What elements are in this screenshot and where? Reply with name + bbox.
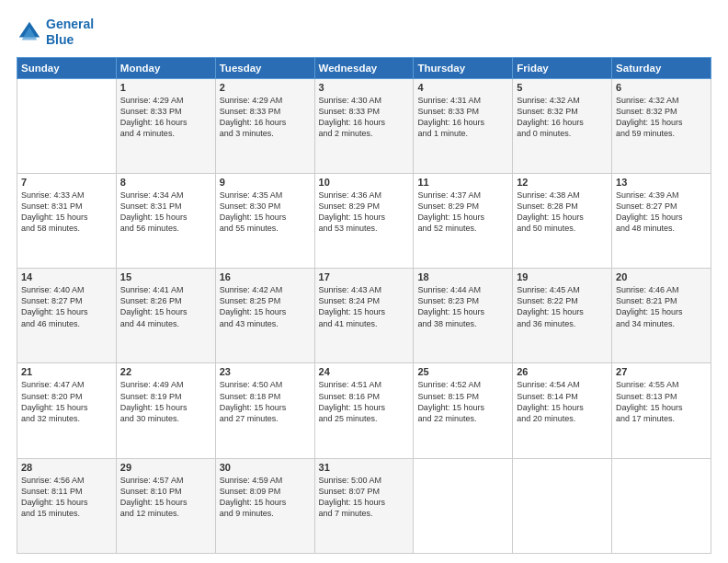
day-info: Sunrise: 4:54 AM Sunset: 8:14 PM Dayligh… bbox=[517, 379, 608, 424]
day-info: Sunrise: 4:46 AM Sunset: 8:21 PM Dayligh… bbox=[616, 284, 707, 329]
logo: General Blue bbox=[17, 17, 94, 48]
day-cell: 8Sunrise: 4:34 AM Sunset: 8:31 PM Daylig… bbox=[116, 173, 215, 268]
col-header-friday: Friday bbox=[513, 57, 612, 78]
day-cell: 21Sunrise: 4:47 AM Sunset: 8:20 PM Dayli… bbox=[17, 363, 117, 458]
day-cell: 4Sunrise: 4:31 AM Sunset: 8:33 PM Daylig… bbox=[414, 78, 513, 173]
day-number: 20 bbox=[616, 271, 707, 282]
day-number: 3 bbox=[319, 82, 410, 93]
day-number: 18 bbox=[417, 271, 508, 282]
week-row-4: 21Sunrise: 4:47 AM Sunset: 8:20 PM Dayli… bbox=[17, 363, 711, 458]
page: General Blue SundayMondayTuesdayWednesda… bbox=[0, 0, 728, 563]
day-cell: 1Sunrise: 4:29 AM Sunset: 8:33 PM Daylig… bbox=[116, 78, 215, 173]
day-cell: 13Sunrise: 4:39 AM Sunset: 8:27 PM Dayli… bbox=[612, 173, 711, 268]
day-number: 22 bbox=[120, 366, 211, 377]
header: General Blue bbox=[17, 17, 711, 48]
day-cell: 3Sunrise: 4:30 AM Sunset: 8:33 PM Daylig… bbox=[314, 78, 414, 173]
col-header-wednesday: Wednesday bbox=[314, 57, 414, 78]
day-number: 17 bbox=[319, 271, 410, 282]
day-cell: 30Sunrise: 4:59 AM Sunset: 8:09 PM Dayli… bbox=[215, 458, 314, 553]
day-number: 30 bbox=[220, 462, 311, 473]
logo-icon bbox=[17, 19, 42, 45]
day-info: Sunrise: 4:31 AM Sunset: 8:33 PM Dayligh… bbox=[417, 95, 508, 140]
day-info: Sunrise: 4:38 AM Sunset: 8:28 PM Dayligh… bbox=[517, 190, 608, 235]
day-info: Sunrise: 4:50 AM Sunset: 8:18 PM Dayligh… bbox=[220, 379, 311, 424]
day-info: Sunrise: 4:32 AM Sunset: 8:32 PM Dayligh… bbox=[616, 95, 707, 140]
day-number: 11 bbox=[417, 177, 508, 188]
day-cell: 23Sunrise: 4:50 AM Sunset: 8:18 PM Dayli… bbox=[215, 363, 314, 458]
day-cell bbox=[513, 458, 612, 553]
header-row: SundayMondayTuesdayWednesdayThursdayFrid… bbox=[17, 57, 711, 78]
day-cell: 7Sunrise: 4:33 AM Sunset: 8:31 PM Daylig… bbox=[17, 173, 117, 268]
day-info: Sunrise: 4:35 AM Sunset: 8:30 PM Dayligh… bbox=[220, 190, 311, 235]
day-cell: 17Sunrise: 4:43 AM Sunset: 8:24 PM Dayli… bbox=[314, 269, 414, 363]
day-info: Sunrise: 4:43 AM Sunset: 8:24 PM Dayligh… bbox=[319, 284, 410, 329]
day-cell: 11Sunrise: 4:37 AM Sunset: 8:29 PM Dayli… bbox=[414, 173, 513, 268]
col-header-sunday: Sunday bbox=[17, 57, 117, 78]
day-number: 31 bbox=[319, 462, 410, 473]
day-number: 28 bbox=[21, 462, 112, 473]
day-cell: 25Sunrise: 4:52 AM Sunset: 8:15 PM Dayli… bbox=[414, 363, 513, 458]
day-number: 24 bbox=[319, 366, 410, 377]
day-number: 19 bbox=[517, 271, 608, 282]
day-number: 26 bbox=[517, 366, 608, 377]
day-info: Sunrise: 4:49 AM Sunset: 8:19 PM Dayligh… bbox=[120, 379, 211, 424]
day-info: Sunrise: 4:44 AM Sunset: 8:23 PM Dayligh… bbox=[417, 284, 508, 329]
day-cell: 18Sunrise: 4:44 AM Sunset: 8:23 PM Dayli… bbox=[414, 269, 513, 363]
day-number: 14 bbox=[21, 271, 112, 282]
week-row-3: 14Sunrise: 4:40 AM Sunset: 8:27 PM Dayli… bbox=[17, 269, 711, 363]
day-cell: 24Sunrise: 4:51 AM Sunset: 8:16 PM Dayli… bbox=[314, 363, 414, 458]
day-number: 13 bbox=[616, 177, 707, 188]
day-number: 5 bbox=[517, 82, 608, 93]
day-info: Sunrise: 4:29 AM Sunset: 8:33 PM Dayligh… bbox=[220, 95, 311, 140]
day-info: Sunrise: 4:30 AM Sunset: 8:33 PM Dayligh… bbox=[319, 95, 410, 140]
day-cell: 22Sunrise: 4:49 AM Sunset: 8:19 PM Dayli… bbox=[116, 363, 215, 458]
day-number: 23 bbox=[220, 366, 311, 377]
day-number: 6 bbox=[616, 82, 707, 93]
day-cell: 6Sunrise: 4:32 AM Sunset: 8:32 PM Daylig… bbox=[612, 78, 711, 173]
day-info: Sunrise: 4:57 AM Sunset: 8:10 PM Dayligh… bbox=[120, 475, 211, 520]
day-number: 16 bbox=[220, 271, 311, 282]
day-info: Sunrise: 4:42 AM Sunset: 8:25 PM Dayligh… bbox=[220, 284, 311, 329]
day-number: 12 bbox=[517, 177, 608, 188]
day-info: Sunrise: 4:41 AM Sunset: 8:26 PM Dayligh… bbox=[120, 284, 211, 329]
day-cell: 14Sunrise: 4:40 AM Sunset: 8:27 PM Dayli… bbox=[17, 269, 117, 363]
day-info: Sunrise: 4:37 AM Sunset: 8:29 PM Dayligh… bbox=[417, 190, 508, 235]
day-cell: 15Sunrise: 4:41 AM Sunset: 8:26 PM Dayli… bbox=[116, 269, 215, 363]
day-number: 4 bbox=[417, 82, 508, 93]
day-info: Sunrise: 5:00 AM Sunset: 8:07 PM Dayligh… bbox=[319, 475, 410, 520]
day-cell: 28Sunrise: 4:56 AM Sunset: 8:11 PM Dayli… bbox=[17, 458, 117, 553]
day-info: Sunrise: 4:56 AM Sunset: 8:11 PM Dayligh… bbox=[21, 475, 112, 520]
day-info: Sunrise: 4:33 AM Sunset: 8:31 PM Dayligh… bbox=[21, 190, 112, 235]
week-row-2: 7Sunrise: 4:33 AM Sunset: 8:31 PM Daylig… bbox=[17, 173, 711, 268]
day-cell: 16Sunrise: 4:42 AM Sunset: 8:25 PM Dayli… bbox=[215, 269, 314, 363]
day-number: 2 bbox=[220, 82, 311, 93]
col-header-saturday: Saturday bbox=[612, 57, 711, 78]
day-number: 7 bbox=[21, 177, 112, 188]
day-info: Sunrise: 4:40 AM Sunset: 8:27 PM Dayligh… bbox=[21, 284, 112, 329]
col-header-thursday: Thursday bbox=[414, 57, 513, 78]
day-cell: 31Sunrise: 5:00 AM Sunset: 8:07 PM Dayli… bbox=[314, 458, 414, 553]
day-cell: 9Sunrise: 4:35 AM Sunset: 8:30 PM Daylig… bbox=[215, 173, 314, 268]
day-cell: 10Sunrise: 4:36 AM Sunset: 8:29 PM Dayli… bbox=[314, 173, 414, 268]
day-cell: 29Sunrise: 4:57 AM Sunset: 8:10 PM Dayli… bbox=[116, 458, 215, 553]
day-number: 8 bbox=[120, 177, 211, 188]
day-number: 1 bbox=[120, 82, 211, 93]
day-number: 29 bbox=[120, 462, 211, 473]
day-cell bbox=[414, 458, 513, 553]
day-info: Sunrise: 4:55 AM Sunset: 8:13 PM Dayligh… bbox=[616, 379, 707, 424]
day-info: Sunrise: 4:51 AM Sunset: 8:16 PM Dayligh… bbox=[319, 379, 410, 424]
day-info: Sunrise: 4:45 AM Sunset: 8:22 PM Dayligh… bbox=[517, 284, 608, 329]
day-cell: 27Sunrise: 4:55 AM Sunset: 8:13 PM Dayli… bbox=[612, 363, 711, 458]
day-number: 21 bbox=[21, 366, 112, 377]
week-row-1: 1Sunrise: 4:29 AM Sunset: 8:33 PM Daylig… bbox=[17, 78, 711, 173]
col-header-monday: Monday bbox=[116, 57, 215, 78]
day-info: Sunrise: 4:32 AM Sunset: 8:32 PM Dayligh… bbox=[517, 95, 608, 140]
day-cell: 19Sunrise: 4:45 AM Sunset: 8:22 PM Dayli… bbox=[513, 269, 612, 363]
day-info: Sunrise: 4:59 AM Sunset: 8:09 PM Dayligh… bbox=[220, 475, 311, 520]
day-cell: 2Sunrise: 4:29 AM Sunset: 8:33 PM Daylig… bbox=[215, 78, 314, 173]
day-cell: 20Sunrise: 4:46 AM Sunset: 8:21 PM Dayli… bbox=[612, 269, 711, 363]
day-info: Sunrise: 4:29 AM Sunset: 8:33 PM Dayligh… bbox=[120, 95, 211, 140]
logo-text: General Blue bbox=[46, 17, 94, 48]
col-header-tuesday: Tuesday bbox=[215, 57, 314, 78]
day-number: 15 bbox=[120, 271, 211, 282]
